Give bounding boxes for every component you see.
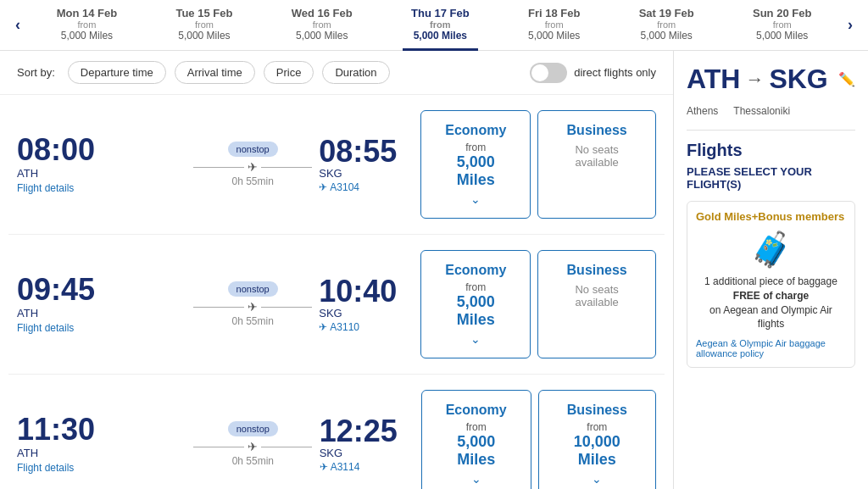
business-class-label: Business xyxy=(554,123,640,138)
date-item-wed16[interactable]: Wed 16 Feb from 5,000 Miles xyxy=(283,0,361,51)
flight-middle: nonstop ✈ 0h 55min xyxy=(195,281,310,327)
economy-class-label: Economy xyxy=(437,123,515,138)
date-name: Wed 16 Feb xyxy=(292,7,353,19)
economy-card[interactable]: Economy from 5,000 Miles ⌄ xyxy=(420,250,531,358)
promo-line1: 1 additional piece of baggage xyxy=(704,275,837,287)
flight-details-link[interactable]: Flight details xyxy=(17,182,74,194)
promo-gold-label: Gold Miles+Bonus members xyxy=(696,210,846,223)
arrive-time: 08:55 xyxy=(319,136,403,167)
flight-details-link[interactable]: Flight details xyxy=(17,462,74,474)
promo-line3: on Aegean and Olympic Air flights xyxy=(709,304,832,331)
date-from-label: from xyxy=(313,19,331,30)
business-card[interactable]: Business from 10,000 Miles ⌄ xyxy=(538,390,656,489)
plane-small-icon: ✈ xyxy=(320,461,328,473)
arrive-airport: SKG xyxy=(319,167,403,180)
sort-arrival-button[interactable]: Arrival time xyxy=(175,61,255,84)
date-name: Mon 14 Feb xyxy=(57,7,118,19)
business-card: Business No seats available xyxy=(537,250,656,358)
date-from-label: from xyxy=(773,19,792,30)
economy-card[interactable]: Economy from 5,000 Miles ⌄ xyxy=(420,110,531,219)
date-item-sat19[interactable]: Sat 19 Feb from 5,000 Miles xyxy=(631,0,703,51)
date-name: Thu 17 Feb xyxy=(411,7,470,19)
economy-from-label: from xyxy=(437,421,515,433)
flight-row: 09:45 ATH Flight details nonstop ✈ 0h 55… xyxy=(8,235,665,375)
economy-card[interactable]: Economy from 5,000 Miles ⌄ xyxy=(421,390,531,489)
flight-number: ✈ A3104 xyxy=(319,181,403,193)
flight-line: ✈ xyxy=(193,440,312,453)
sort-bar: Sort by: Departure time Arrival time Pri… xyxy=(0,51,673,95)
date-name: Sat 19 Feb xyxy=(639,7,694,19)
date-from-label: from xyxy=(657,19,676,30)
business-class-label: Business xyxy=(554,263,640,278)
plane-small-icon: ✈ xyxy=(319,321,327,333)
next-date-button[interactable]: › xyxy=(841,16,860,34)
route-arrow-icon: → xyxy=(745,69,764,91)
select-flight-prompt: PLEASE SELECT YOUR FLIGHT(S) xyxy=(687,165,855,191)
economy-chevron-icon: ⌄ xyxy=(437,472,515,486)
arrive-airport: SKG xyxy=(320,447,404,459)
economy-from-label: from xyxy=(437,142,515,153)
plane-icon: ✈ xyxy=(248,160,258,174)
date-item-thu17[interactable]: Thu 17 Feb from 5,000 Miles xyxy=(403,0,478,51)
plane-small-icon: ✈ xyxy=(319,181,327,193)
economy-chevron-icon: ⌄ xyxy=(437,332,515,346)
date-item-fri18[interactable]: Fri 18 Feb from 5,000 Miles xyxy=(520,0,588,51)
booking-cards: Economy from 5,000 Miles ⌄ Business from… xyxy=(421,390,656,489)
business-class-label: Business xyxy=(554,403,640,418)
duration-text: 0h 55min xyxy=(232,455,274,467)
arrive-time: 12:25 xyxy=(320,416,404,447)
plane-icon: ✈ xyxy=(248,440,258,453)
flight-middle: nonstop ✈ 0h 55min xyxy=(195,142,310,187)
date-item-tue15[interactable]: Tue 15 Feb from 5,000 Miles xyxy=(167,0,241,51)
arrive-block: 12:25 SKG ✈ A3114 xyxy=(320,416,404,473)
sidebar-divider xyxy=(687,130,855,131)
direct-flights-label: direct flights only xyxy=(574,66,656,79)
date-bar: ‹ Mon 14 Feb from 5,000 Miles Tue 15 Feb… xyxy=(0,0,868,51)
date-item-sun20[interactable]: Sun 20 Feb from 5,000 Miles xyxy=(744,0,820,51)
date-miles: 5,000 Miles xyxy=(61,30,113,42)
origin-name: Athens xyxy=(687,105,718,117)
economy-chevron-icon: ⌄ xyxy=(437,192,515,206)
economy-miles-value: 5,000 Miles xyxy=(437,433,515,469)
arrive-block: 10:40 SKG ✈ A3110 xyxy=(319,276,403,333)
promo-bag-icon: 🧳 xyxy=(696,230,846,270)
flight-number: ✈ A3110 xyxy=(319,321,403,333)
direct-flights-toggle[interactable] xyxy=(530,63,567,83)
line-left xyxy=(193,167,244,168)
depart-airport: ATH xyxy=(17,307,186,320)
flight-number-value: A3114 xyxy=(331,461,360,473)
prev-date-button[interactable]: ‹ xyxy=(8,16,27,34)
economy-from-label: from xyxy=(437,281,515,293)
date-miles: 5,000 Miles xyxy=(640,30,692,42)
date-name: Tue 15 Feb xyxy=(175,7,232,19)
business-card: Business No seats available xyxy=(537,110,656,219)
date-miles: 5,000 Miles xyxy=(528,30,580,42)
date-miles: 5,000 Miles xyxy=(178,30,230,42)
date-from-label: from xyxy=(77,19,96,30)
date-name: Fri 18 Feb xyxy=(528,7,580,19)
promo-text: 1 additional piece of baggage FREE of ch… xyxy=(696,275,846,331)
edit-route-icon[interactable]: ✏️ xyxy=(838,71,855,87)
sort-duration-button[interactable]: Duration xyxy=(322,61,389,84)
sort-departure-button[interactable]: Departure time xyxy=(68,61,166,84)
business-miles-value: 10,000 Miles xyxy=(554,433,640,469)
date-item-mon14[interactable]: Mon 14 Feb from 5,000 Miles xyxy=(48,0,126,51)
promo-card: Gold Miles+Bonus members 🧳 1 additional … xyxy=(687,201,855,368)
sidebar: ATH → SKG ✏️ Athens Thessaloniki Flights… xyxy=(673,51,868,489)
economy-miles-value: 5,000 Miles xyxy=(437,293,515,329)
economy-class-label: Economy xyxy=(437,263,515,278)
line-left xyxy=(193,447,244,447)
flight-number: ✈ A3114 xyxy=(320,461,404,473)
sort-price-button[interactable]: Price xyxy=(264,61,314,84)
route-names: Athens Thessaloniki xyxy=(687,105,855,117)
business-unavailable-label: No seats available xyxy=(554,283,640,308)
promo-baggage-link[interactable]: Aegean & Olympic Air baggage allowance p… xyxy=(696,338,846,358)
flight-details-link[interactable]: Flight details xyxy=(17,322,74,334)
toggle-knob xyxy=(531,64,548,81)
business-unavailable-label: No seats available xyxy=(554,143,640,169)
date-miles: 5,000 Miles xyxy=(296,30,348,42)
dest-name: Thessaloniki xyxy=(733,105,790,117)
date-miles: 5,000 Miles xyxy=(756,30,808,42)
flight-number-value: A3110 xyxy=(330,321,359,333)
depart-time: 11:30 xyxy=(17,414,186,445)
